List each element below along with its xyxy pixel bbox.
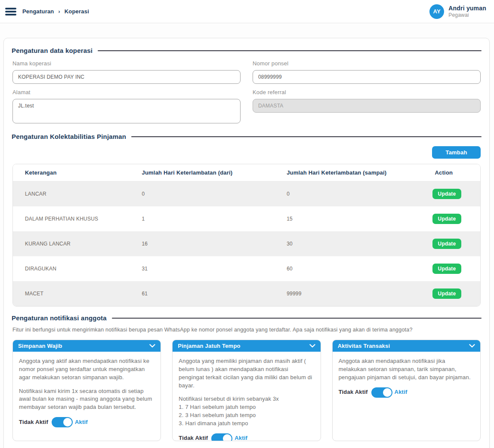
- table-row: MACET 61 99999 Update: [13, 281, 480, 306]
- update-button[interactable]: Update: [432, 189, 462, 199]
- toggle-off-label: Tidak Aktif: [179, 434, 208, 441]
- table-row: DIRAGUKAN 31 60 Update: [13, 256, 480, 281]
- kolektabilitas-table: Keterangan Jumlah Hari Keterlambatan (da…: [12, 164, 481, 307]
- pinjaman-toggle-row: Tidak Aktif Aktif: [179, 433, 314, 441]
- nama-koperasi-label: Nama koperasi: [12, 60, 241, 67]
- breadcrumb-koperasi[interactable]: Koperasi: [65, 8, 89, 15]
- chevron-down-icon: [149, 344, 155, 348]
- hamburger-menu-icon[interactable]: [5, 8, 16, 15]
- breadcrumb: Pengaturan › Koperasi: [22, 8, 89, 15]
- section-rule: [131, 136, 482, 137]
- toggle-on-label: Aktif: [235, 434, 247, 441]
- toggle-knob: [222, 433, 232, 441]
- tambah-button[interactable]: Tambah: [432, 146, 481, 159]
- nomor-ponsel-label: Nomor ponsel: [253, 60, 481, 67]
- settings-card: Pengaturan data koperasi Nama koperasi N…: [3, 38, 490, 448]
- kode-referral-input: [253, 99, 481, 113]
- section-title-notifikasi: Pengaturan notifikasi anggota: [12, 314, 482, 322]
- table-header-row: Keterangan Jumlah Hari Keterlambatan (da…: [13, 164, 480, 181]
- field-nomor-ponsel: Nomor ponsel: [253, 60, 481, 84]
- card-pinjaman-jatuh-tempo: Pinjaman Jatuh Tempo Anggota yang memili…: [172, 340, 321, 441]
- card-paragraph: Notifikasi kami kirim 1x secara otomatis…: [19, 387, 154, 412]
- toggle-knob: [382, 387, 392, 398]
- card-paragraph: Notifikasi tersebut di kirim sebanyak 3x…: [179, 395, 314, 427]
- nama-koperasi-input[interactable]: [12, 70, 241, 84]
- card-paragraph: Anggota akan mendapatkan notifikasi jika…: [339, 357, 474, 382]
- notifikasi-description: Fitur ini berfungsi untuk mengirimkan no…: [12, 327, 481, 333]
- update-button[interactable]: Update: [432, 288, 462, 299]
- section-title-kolektabilitas: Pengaturan Kolektabilitias Pinjaman: [12, 133, 482, 140]
- section-rule: [112, 318, 482, 319]
- kode-referral-label: Kode referral: [253, 89, 481, 95]
- avatar: AY: [429, 4, 444, 19]
- alamat-label: Alamat: [12, 89, 241, 95]
- breadcrumb-separator-icon: ›: [59, 9, 60, 15]
- pinjaman-toggle[interactable]: [211, 433, 231, 441]
- nomor-ponsel-input[interactable]: [253, 70, 481, 84]
- card-aktivitas-transaksi-header[interactable]: Aktivitas Transaksi: [333, 340, 480, 352]
- field-nama-koperasi: Nama koperasi: [12, 60, 241, 84]
- card-simpanan-wajib: Simpanan Wajib Anggota yang aktif akan m…: [12, 340, 161, 441]
- section-rule: [98, 50, 482, 51]
- user-role: Pegawai: [448, 12, 486, 18]
- update-button[interactable]: Update: [432, 264, 462, 274]
- chevron-down-icon: [469, 344, 475, 348]
- notification-cards: Simpanan Wajib Anggota yang aktif akan m…: [12, 340, 481, 441]
- card-paragraph: Anggota yang memiliki pinjaman dan masih…: [179, 357, 314, 390]
- toggle-off-label: Tidak Aktif: [339, 388, 368, 396]
- aktivitas-toggle[interactable]: [371, 387, 391, 398]
- field-alamat: Alamat JL.test: [12, 89, 241, 125]
- update-button[interactable]: Update: [432, 214, 462, 224]
- col-action: Action: [429, 164, 480, 181]
- card-aktivitas-transaksi: Aktivitas Transaksi Anggota akan mendapa…: [332, 340, 481, 441]
- toggle-off-label: Tidak Aktif: [19, 418, 48, 427]
- toggle-knob: [62, 417, 73, 427]
- update-button[interactable]: Update: [432, 239, 462, 249]
- table-row: LANCAR 0 0 Update: [13, 181, 480, 207]
- card-simpanan-wajib-header[interactable]: Simpanan Wajib: [13, 340, 161, 352]
- user-name: Andri yuman: [448, 5, 486, 12]
- table-row: DALAM PERHATIAN KHUSUS 1 15 Update: [13, 206, 480, 231]
- simpanan-wajib-toggle[interactable]: [52, 417, 71, 427]
- toggle-on-label: Aktif: [75, 418, 88, 427]
- koperasi-form: Nama koperasi Nomor ponsel Alamat JL.tes…: [12, 60, 482, 125]
- simpanan-wajib-toggle-row: Tidak Aktif Aktif: [19, 417, 154, 427]
- chevron-down-icon: [309, 344, 315, 348]
- field-kode-referral: Kode referral: [253, 89, 481, 125]
- table-row: KURANG LANCAR 16 30 Update: [13, 231, 480, 256]
- aktivitas-toggle-row: Tidak Aktif Aktif: [339, 387, 474, 398]
- card-pinjaman-jatuh-tempo-header[interactable]: Pinjaman Jatuh Tempo: [173, 340, 320, 352]
- col-keterangan: Keterangan: [13, 164, 130, 181]
- col-hari-sampai: Jumlah Hari Keterlambatan (sampai): [275, 164, 429, 181]
- toggle-on-label: Aktif: [395, 388, 408, 396]
- card-paragraph: Anggota yang aktif akan mendapatkan noti…: [19, 357, 154, 382]
- alamat-textarea[interactable]: JL.test: [12, 99, 241, 123]
- col-hari-dari: Jumlah Hari Keterlambatan (dari): [130, 164, 275, 181]
- user-menu[interactable]: AY Andri yuman Pegawai: [429, 4, 486, 19]
- section-title-data-koperasi: Pengaturan data koperasi: [12, 47, 482, 54]
- breadcrumb-pengaturan[interactable]: Pengaturan: [22, 8, 54, 15]
- top-bar: Pengaturan › Koperasi AY Andri yuman Peg…: [0, 0, 494, 23]
